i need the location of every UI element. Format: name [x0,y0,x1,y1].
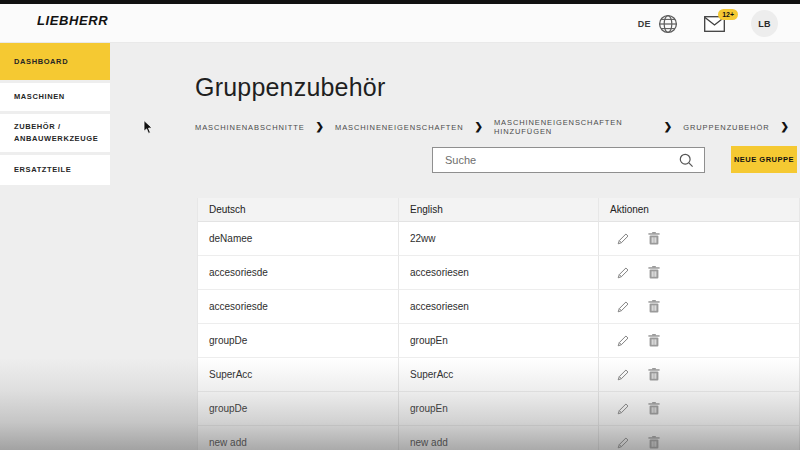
cell-actions [599,426,800,450]
edit-button[interactable] [616,266,630,280]
cell-deutsch: accesoriesde [198,290,399,324]
table-header-row: Deutsch English Aktionen [198,198,800,222]
user-avatar[interactable]: LB [751,10,778,37]
cell-actions [599,358,800,392]
table-row: deNamee 22ww [198,222,800,256]
trash-icon [648,300,660,313]
cell-deutsch: accesoriesde [198,256,399,290]
trash-icon [648,266,660,279]
cell-english: groupEn [399,392,599,426]
pencil-icon [617,266,630,279]
chevron-right-icon: ❯ [316,122,324,132]
column-header-english: English [399,198,599,222]
app-window: LIEBHERR DE 12+ LB DASHBOARD [0,0,800,450]
search-icon[interactable] [679,153,694,168]
table-body: deNamee 22ww accesories [198,222,800,450]
cell-deutsch: groupDe [198,324,399,358]
column-header-deutsch: Deutsch [198,198,399,222]
search-box [432,147,705,173]
pencil-icon [617,334,630,347]
chevron-right-icon: ❯ [475,122,483,132]
table-row: accesoriesde accesoriesen [198,290,800,324]
delete-button[interactable] [647,436,661,450]
cell-english: new add [399,426,599,450]
delete-button[interactable] [647,266,661,280]
groups-table: Deutsch English Aktionen deNamee 22ww [197,198,800,450]
delete-button[interactable] [647,232,661,246]
mail-count-badge: 12+ [718,9,738,20]
mouse-cursor [143,120,154,135]
sidebar-item-label: ERSATZTEILE [14,164,71,176]
trash-icon [648,436,660,449]
trash-icon [648,368,660,381]
trash-icon [648,334,660,347]
sidebar-item-maschinen[interactable]: MASCHINEN [0,83,110,111]
sidebar-item-label: DASHBOARD [14,56,68,68]
app-header: LIEBHERR DE 12+ LB [0,4,800,43]
header-actions: DE 12+ LB [638,4,778,43]
breadcrumb-item-maschineneigenschaften[interactable]: MASCHINENEIGENSCHAFTEN [335,123,464,132]
globe-icon[interactable] [658,14,678,34]
trash-icon [648,402,660,415]
table-row: groupDe groupEn [198,392,800,426]
breadcrumb-item-maschinenabschnitte[interactable]: MASCHINENABSCHNITTE [195,123,305,132]
table-row: SuperAcc SuperAcc [198,358,800,392]
pencil-icon [617,300,630,313]
table-row: groupDe groupEn [198,324,800,358]
table-row: new add new add [198,426,800,450]
breadcrumb-item-gruppenzubehoer[interactable]: GRUPPENZUBEHÖR [683,123,769,132]
pencil-icon [617,232,630,245]
chevron-right-icon: ❯ [664,122,672,132]
cell-english: accesoriesen [399,290,599,324]
cell-actions [599,256,800,290]
page-title: Gruppenzubehör [195,73,385,102]
new-group-button[interactable]: NEUE GRUPPE [731,146,797,173]
sidebar: DASHBOARD MASCHINEN ZUBEHÖR / ANBAUWERKZ… [0,43,110,188]
cell-english: accesoriesen [399,256,599,290]
cell-actions [599,324,800,358]
mail-button[interactable]: 12+ [704,16,725,32]
cell-deutsch: deNamee [198,222,399,256]
breadcrumb: MASCHINENABSCHNITTE ❯ MASCHINENEIGENSCHA… [195,118,800,136]
pencil-icon [617,436,630,449]
edit-button[interactable] [616,368,630,382]
cell-deutsch: new add [198,426,399,450]
pencil-icon [617,402,630,415]
breadcrumb-item-maschineneigenschaften-hinzufuegen[interactable]: MASCHINENEIGENSCHAFTEN HINZUFÜGEN [494,118,653,136]
chevron-right-icon: ❯ [781,122,789,132]
cell-actions [599,222,800,256]
edit-button[interactable] [616,436,630,450]
delete-button[interactable] [647,368,661,382]
cell-actions [599,392,800,426]
sidebar-item-ersatzteile[interactable]: ERSATZTEILE [0,155,110,185]
sidebar-item-zubehoer-anbauwerkzeuge[interactable]: ZUBEHÖR / ANBAUWERKZEUGE [0,114,110,152]
language-label[interactable]: DE [638,19,651,29]
delete-button[interactable] [647,334,661,348]
delete-button[interactable] [647,300,661,314]
edit-button[interactable] [616,300,630,314]
search-input[interactable] [433,154,679,166]
cell-actions [599,290,800,324]
sidebar-item-dashboard[interactable]: DASHBOARD [0,43,110,80]
pencil-icon [617,368,630,381]
cell-english: groupEn [399,324,599,358]
delete-button[interactable] [647,402,661,416]
sidebar-item-label: ZUBEHÖR / ANBAUWERKZEUGE [14,121,102,145]
liebherr-logo: LIEBHERR [37,13,108,29]
cell-english: SuperAcc [399,358,599,392]
edit-button[interactable] [616,232,630,246]
cell-deutsch: SuperAcc [198,358,399,392]
edit-button[interactable] [616,334,630,348]
table-row: accesoriesde accesoriesen [198,256,800,290]
cell-deutsch: groupDe [198,392,399,426]
column-header-aktionen: Aktionen [599,198,800,222]
trash-icon [648,232,660,245]
edit-button[interactable] [616,402,630,416]
cell-english: 22ww [399,222,599,256]
sidebar-item-label: MASCHINEN [14,91,65,103]
